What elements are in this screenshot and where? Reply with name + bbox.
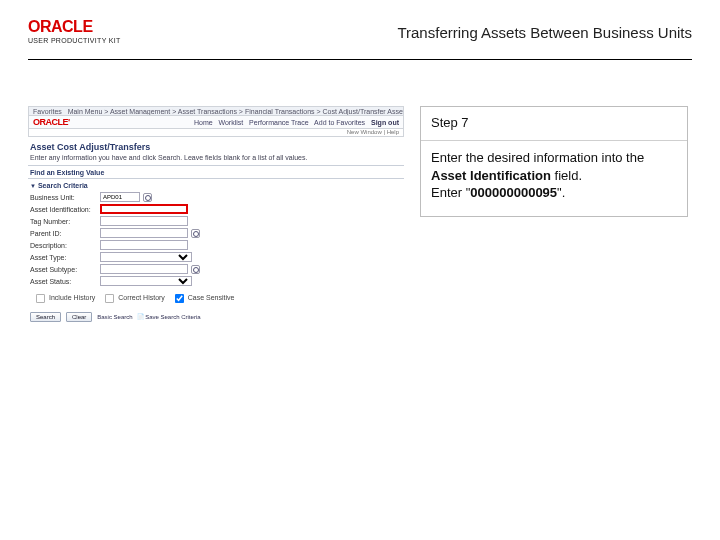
field-name: Asset Identification [431, 168, 551, 183]
instruction-text: Enter the desired information into the A… [421, 141, 687, 216]
label-asset-subtype: Asset Subtype: [28, 263, 98, 275]
label-asset-status: Asset Status: [28, 275, 98, 287]
checkbox-row: Include History Correct History Case Sen… [28, 287, 404, 308]
save-search-link[interactable]: 📄 Save Search Criteria [137, 314, 201, 320]
link-perf-trace[interactable]: Performance Trace [249, 119, 309, 126]
description-input[interactable] [100, 240, 188, 250]
asset-subtype-input[interactable] [100, 264, 188, 274]
label-asset-id: Asset Identification: [28, 203, 98, 215]
collapse-icon[interactable]: ▼ [30, 183, 36, 189]
tag-number-input[interactable] [100, 216, 188, 226]
label-tag-number: Tag Number: [28, 215, 98, 227]
link-home[interactable]: Home [194, 119, 213, 126]
parent-id-input[interactable] [100, 228, 188, 238]
app-brand-bar: ORACLE' Home Worklist Performance Trace … [28, 116, 404, 129]
lookup-icon[interactable] [143, 193, 152, 202]
breadcrumb: Favorites Main Menu > Asset Management >… [28, 106, 404, 116]
asset-identification-input[interactable] [100, 204, 188, 214]
label-parent-id: Parent ID: [28, 227, 98, 239]
label-description: Description: [28, 239, 98, 251]
instruction-panel: Step 7 Enter the desired information int… [420, 106, 688, 217]
app-screenshot: Favorites Main Menu > Asset Management >… [28, 106, 404, 276]
correct-history-checkbox[interactable] [105, 294, 114, 303]
basic-search-link[interactable]: Basic Search [97, 314, 132, 320]
app-sub-bar: New Window | Help [28, 129, 404, 137]
section-search-criteria: ▼Search Criteria [28, 178, 404, 191]
clear-button[interactable]: Clear [66, 312, 92, 322]
lookup-icon[interactable] [191, 265, 200, 274]
label-business-unit: Business Unit: [28, 191, 98, 203]
step-label: Step 7 [421, 107, 687, 141]
asset-type-select[interactable] [100, 252, 192, 262]
tab-find-existing[interactable]: Find an Existing Value [28, 165, 404, 178]
form-title: Asset Cost Adjust/Transfers [28, 137, 404, 154]
lookup-icon[interactable] [191, 229, 200, 238]
button-row: Search Clear Basic Search 📄 Save Search … [28, 308, 404, 326]
label-asset-type: Asset Type: [28, 251, 98, 263]
link-worklist[interactable]: Worklist [218, 119, 243, 126]
include-history-checkbox[interactable] [36, 294, 45, 303]
entered-value: 000000000095 [470, 185, 557, 200]
app-oracle-logo: ORACLE' [33, 117, 70, 127]
case-sensitive-checkbox[interactable] [175, 294, 184, 303]
link-sign-out[interactable]: Sign out [371, 119, 399, 126]
asset-status-select[interactable] [100, 276, 192, 286]
app-top-links: Home Worklist Performance Trace Add to F… [194, 119, 399, 126]
page-title: Transferring Assets Between Business Uni… [397, 24, 692, 41]
business-unit-input[interactable] [100, 192, 140, 202]
form-description: Enter any information you have and click… [28, 154, 404, 165]
search-button[interactable]: Search [30, 312, 61, 322]
search-form: Business Unit: Asset Identification: Tag… [28, 191, 404, 287]
link-add-favorites[interactable]: Add to Favorites [314, 119, 365, 126]
